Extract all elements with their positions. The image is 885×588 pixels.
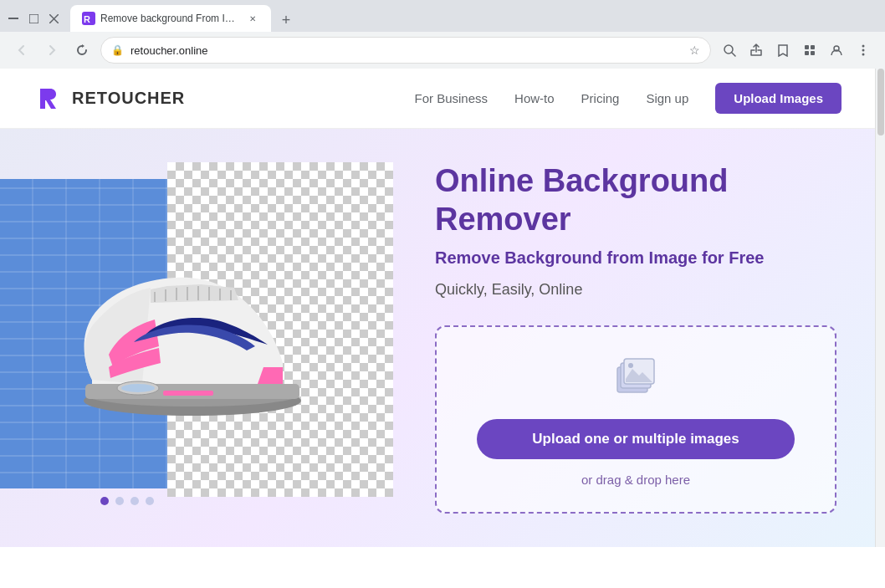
drag-drop-label: or drag & drop here	[581, 473, 690, 487]
menu-icon-btn[interactable]	[852, 38, 875, 62]
tab-favicon: R	[82, 12, 95, 25]
nav-sign-up[interactable]: Sign up	[646, 91, 688, 105]
svg-rect-1	[29, 14, 38, 23]
scrollbar-thumb[interactable]	[877, 69, 884, 135]
extensions-icon-btn[interactable]	[798, 38, 821, 62]
hero-image-area	[0, 162, 402, 514]
upload-dropzone[interactable]: Upload one or multiple images or drag & …	[435, 325, 836, 514]
carousel-dot-2[interactable]	[115, 497, 124, 505]
browser-chrome: R Remove background From Imag... ✕ + 🔒 r…	[0, 0, 885, 69]
svg-point-15	[862, 54, 865, 56]
hero-tagline: Quickly, Easily, Online	[435, 281, 842, 299]
maximize-button[interactable]	[27, 12, 40, 25]
scrollbar-track[interactable]	[875, 69, 885, 547]
header-upload-button[interactable]: Upload Images	[715, 83, 842, 114]
svg-rect-11	[811, 51, 815, 55]
svg-line-7	[732, 53, 735, 56]
carousel-dots	[100, 497, 154, 505]
title-bar: R Remove background From Imag... ✕ +	[0, 0, 885, 32]
carousel-dot-1[interactable]	[100, 497, 109, 505]
nav-pricing[interactable]: Pricing	[581, 91, 620, 105]
svg-rect-8	[805, 45, 809, 49]
logo-area[interactable]: RETOUCHER	[33, 84, 185, 114]
hero-subtitle: Remove Background from Image for Free	[435, 248, 842, 268]
tab-bar: R Remove background From Imag... ✕ +	[70, 5, 298, 32]
logo-text: RETOUCHER	[72, 89, 185, 108]
star-icon[interactable]: ☆	[689, 43, 700, 57]
carousel-dot-3[interactable]	[130, 497, 139, 505]
back-button[interactable]	[10, 38, 33, 62]
svg-rect-9	[811, 45, 815, 49]
new-tab-button[interactable]: +	[274, 8, 298, 32]
hero-section: Online Background Remover Remove Backgro…	[0, 129, 875, 547]
page-wrapper: RETOUCHER For Business How-to Pricing Si…	[0, 69, 885, 547]
url-text: retoucher.online	[130, 44, 683, 57]
bookmark-icon-btn[interactable]	[771, 38, 795, 62]
svg-rect-17	[45, 92, 52, 96]
minimize-button[interactable]	[7, 12, 20, 25]
logo-icon	[33, 84, 64, 114]
site-header: RETOUCHER For Business How-to Pricing Si…	[0, 69, 875, 129]
share-icon-btn[interactable]	[744, 38, 768, 62]
lock-icon: 🔒	[111, 44, 124, 56]
address-bar[interactable]: 🔒 retoucher.online ☆	[100, 37, 711, 64]
svg-point-35	[628, 363, 633, 368]
search-icon-btn[interactable]	[718, 38, 741, 62]
close-button[interactable]	[47, 12, 60, 25]
upload-images-button[interactable]: Upload one or multiple images	[477, 419, 795, 459]
active-tab[interactable]: R Remove background From Imag... ✕	[70, 5, 271, 32]
svg-point-14	[862, 49, 865, 52]
toolbar-icons	[718, 38, 875, 62]
forward-button[interactable]	[40, 38, 64, 62]
nav-for-business[interactable]: For Business	[415, 91, 489, 105]
tab-close-button[interactable]: ✕	[246, 12, 259, 25]
hero-content: Online Background Remover Remove Backgro…	[402, 162, 842, 514]
upload-icon	[611, 352, 661, 406]
profile-icon-btn[interactable]	[825, 38, 848, 62]
shoe-image	[67, 246, 309, 422]
nav-how-to[interactable]: How-to	[514, 91, 555, 105]
window-controls	[7, 12, 60, 25]
svg-rect-0	[8, 18, 18, 19]
svg-point-13	[862, 45, 865, 48]
page-content: RETOUCHER For Business How-to Pricing Si…	[0, 69, 875, 547]
refresh-button[interactable]	[70, 38, 94, 62]
tab-title: Remove background From Imag...	[100, 13, 241, 24]
svg-rect-31	[163, 391, 213, 396]
svg-point-30	[121, 384, 155, 392]
hero-title: Online Background Remover	[435, 162, 842, 238]
svg-rect-10	[805, 51, 809, 55]
svg-text:R: R	[84, 14, 90, 24]
site-nav: For Business How-to Pricing Sign up Uplo…	[415, 83, 842, 114]
carousel-dot-4[interactable]	[146, 497, 154, 505]
toolbar: 🔒 retoucher.online ☆	[0, 32, 885, 69]
